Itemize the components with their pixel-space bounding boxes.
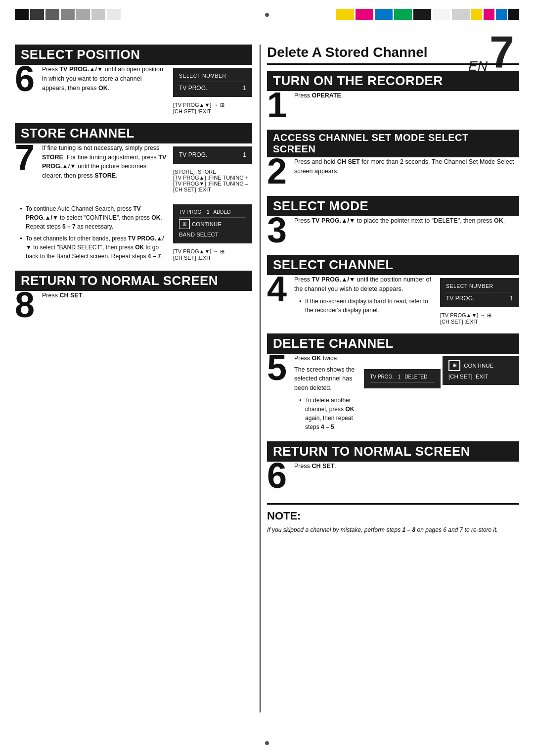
screen-box-r5: TV PROG. 1 DELETED (364, 369, 441, 388)
return-normal-header: RETURN TO NORMAL SCREEN (15, 271, 252, 291)
step-r1-block: 1 Press OPERATE. (267, 91, 519, 123)
step-r2-body: Press and hold CH SET for more than 2 se… (294, 157, 519, 176)
section-turn-on-recorder: TURN ON THE RECORDER 1 Press OPERATE. (267, 71, 519, 123)
step-r4-number: 4 (267, 271, 294, 307)
step-r1-body: Press OPERATE. (294, 91, 519, 100)
screen-label-r4: SELECT NUMBER (446, 282, 513, 292)
column-divider (260, 45, 261, 712)
step-r5-block: 5 Press OK twice. The screen shows the s… (267, 354, 519, 434)
center-dot (265, 13, 269, 17)
delete-channel-header: DELETE CHANNEL (267, 333, 519, 354)
arrow-row-7: [STORE] :STORE [TV PROG▲] :FINE TUNING +… (173, 169, 252, 192)
step-r4-bullet: If the on-screen display is hard to read… (299, 297, 434, 315)
step-r5-text: Press OK twice. The screen shows the sel… (294, 354, 358, 434)
step-r4-block: 4 Press TV PROG.▲/▼ until the position n… (267, 275, 519, 327)
bullets-screen: TV PROG. 1 ADDED ⊞ CONTINUE BAND SELECT … (173, 201, 252, 262)
step-7-block: 7 If fine tuning is not necessary, simpl… (15, 143, 252, 194)
calib-magenta2 (484, 9, 494, 20)
screen-deleted-row: TV PROG. 1 DELETED (370, 373, 435, 383)
turn-on-recorder-header: TURN ON THE RECORDER (267, 71, 519, 91)
section-access-ch-set: ACCESS CHANNEL SET MODE SELECT SCREEN 2 … (267, 130, 519, 189)
calib-block (15, 9, 29, 20)
step-7-number: 7 (15, 140, 42, 175)
step-r5-bullets: To delete another channel, press OK agai… (299, 396, 358, 431)
arrow-row-r4: [TV PROG▲▼] → ⊞ [CH SET] :EXIT (440, 312, 519, 325)
delete-stored-channel-header: Delete A Stored Channel (267, 45, 519, 65)
step-6-content: Press TV PROG.▲/▼ until an open position… (42, 65, 252, 116)
section-return-normal-r: RETURN TO NORMAL SCREEN 6 Press CH SET. (267, 441, 519, 493)
screen-continue-row: ⊞ CONTINUE (179, 219, 246, 229)
screen-box-6: SELECT NUMBER TV PROG. 1 (173, 68, 252, 97)
step-r4-screen: SELECT NUMBER TV PROG. 1 [TV PROG▲▼] → ⊞… (440, 275, 519, 327)
step-r4-content: Press TV PROG.▲/▼ until the position num… (294, 275, 519, 327)
arrow-row-bullets: [TV PROG▲▼] → ⊞ [CH SET] :EXIT (173, 248, 252, 261)
arrow-row-6: [TV PROG▲▼] → ⊞ [CH SET] :EXIT (173, 102, 252, 114)
step-r1-content: Press OPERATE. (294, 91, 519, 102)
section-delete-channel: DELETE CHANNEL 5 Press OK twice. The scr… (267, 333, 519, 434)
screen-label-r4-text: SELECT NUMBER (446, 282, 493, 290)
note-section: NOTE: If you skipped a channel by mistak… (267, 503, 519, 534)
store-channel-header: STORE CHANNEL (15, 123, 252, 143)
screen-added-row: TV PROG. 1 ADDED (179, 208, 246, 218)
step-r4-body: Press TV PROG.▲/▼ until the position num… (294, 275, 434, 294)
calib-light (452, 9, 470, 20)
step-6-screen: SELECT NUMBER TV PROG. 1 [TV PROG▲▼] → ⊞… (173, 65, 252, 116)
bullet-item-1: To continue Auto Channel Search, press T… (20, 204, 167, 231)
step-r1-number: 1 (267, 87, 294, 123)
step-8-content: Press CH SET. (42, 291, 252, 302)
screen-ch-set-exit-r5: [CH SET] :EXIT (448, 372, 513, 381)
step-8-block: 8 Press CH SET. (15, 291, 252, 323)
step-r4-bullets: If the on-screen display is hard to read… (299, 297, 434, 315)
calib-cyan2 (496, 9, 507, 20)
step-r2-block: 2 Press and hold CH SET for more than 2 … (267, 157, 519, 189)
section-bullets: To continue Auto Channel Search, press T… (15, 201, 252, 264)
step-r4-inner: Press TV PROG.▲/▼ until the position num… (294, 275, 519, 327)
calib-yellow (336, 9, 354, 20)
section-select-mode: SELECT MODE 3 Press TV PROG.▲/▼ to place… (267, 196, 519, 248)
step-7-body: If fine tuning is not necessary, simply … (42, 143, 167, 181)
step-r6-body: Press CH SET. (294, 462, 519, 471)
bullet-list: To continue Auto Channel Search, press T… (20, 204, 167, 261)
calib-block (91, 9, 105, 20)
step-r5-number: 5 (267, 350, 294, 385)
note-body: If you skipped a channel by mistake, per… (267, 525, 519, 534)
screen-box-r5b: ⊞ :CONTINUE [CH SET] :EXIT (443, 356, 519, 385)
access-ch-set-header: ACCESS CHANNEL SET MODE SELECT SCREEN (267, 130, 519, 157)
calib-cyan (375, 9, 393, 20)
calib-black2 (508, 9, 519, 20)
calib-black (413, 9, 431, 20)
calib-yellow2 (471, 9, 482, 20)
step-r5-inner: Press OK twice. The screen shows the sel… (294, 354, 519, 434)
bullet-item-2: To set channels for other bands, press T… (20, 234, 167, 261)
calib-bar-right (336, 9, 519, 20)
section-return-normal: RETURN TO NORMAL SCREEN 8 Press CH SET. (15, 271, 252, 323)
calib-magenta (356, 9, 373, 20)
step-8-number: 8 (15, 287, 42, 323)
step-r5-body2: The screen shows the selected channel ha… (294, 365, 358, 393)
step-6-inner: Press TV PROG.▲/▼ until an open position… (42, 65, 252, 116)
section-select-channel: SELECT CHANNEL 4 Press TV PROG.▲/▼ until… (267, 255, 519, 327)
step-7-text: If fine tuning is not necessary, simply … (42, 143, 167, 183)
calib-bar-left (15, 9, 121, 20)
step-r2-content: Press and hold CH SET for more than 2 se… (294, 157, 519, 178)
calib-block (76, 9, 90, 20)
continue-btn: ⊞ (179, 219, 190, 229)
step-r3-body: Press TV PROG.▲/▼ to place the pointer n… (294, 216, 519, 226)
screen-tv-prog-7: TV PROG. (179, 150, 207, 160)
bullets-text: To continue Auto Channel Search, press T… (15, 201, 167, 264)
step-6-block: 6 Press TV PROG.▲/▼ until an open positi… (15, 65, 252, 116)
select-channel-header: SELECT CHANNEL (267, 255, 519, 275)
select-mode-header: SELECT MODE (267, 196, 519, 216)
step-r2-number: 2 (267, 153, 294, 189)
step-r6-number: 6 (267, 458, 294, 493)
ok-btn-r5: ⊞ (448, 360, 460, 371)
screen-value-7: 1 (243, 150, 246, 160)
step-7-content: If fine tuning is not necessary, simply … (42, 143, 252, 194)
step-r5-body1: Press OK twice. (294, 354, 358, 363)
step-r6-content: Press CH SET. (294, 462, 519, 473)
screen-value-r4: TV PROG. 1 (446, 294, 513, 303)
screen-continue-r5: ⊞ :CONTINUE (448, 360, 513, 371)
calib-block (61, 9, 75, 20)
screen-tv-prog: TV PROG. (179, 84, 207, 93)
screen-box-r4: SELECT NUMBER TV PROG. 1 (440, 278, 519, 307)
